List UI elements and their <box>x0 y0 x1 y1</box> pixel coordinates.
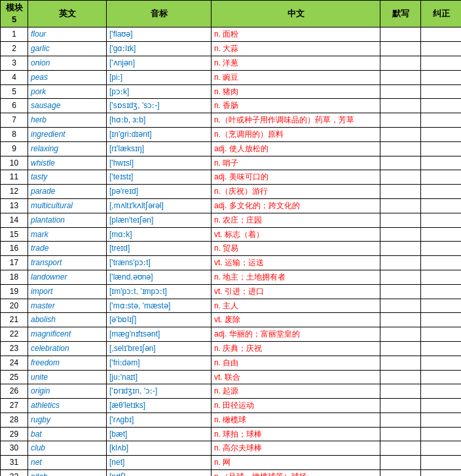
cell-0-4 <box>380 27 421 42</box>
table-row: 32pitch[pɪtʃ]n.（足球、橄榄球等）球场 <box>1 470 462 476</box>
cell-8-3: adj. 使人放松的 <box>212 141 380 156</box>
cell-3-0: 4 <box>1 70 28 84</box>
cell-20-1: abolish <box>28 313 107 327</box>
cell-6-0: 7 <box>1 113 28 128</box>
table-row: 12parade[pə'reɪd]n.（庆祝）游行 <box>1 185 462 199</box>
cell-2-5 <box>421 56 462 70</box>
header-chinese: 中文 <box>212 1 380 27</box>
cell-10-1: tasty <box>28 170 107 185</box>
cell-19-5 <box>421 299 462 313</box>
cell-20-5 <box>421 313 462 327</box>
cell-24-4 <box>380 370 421 384</box>
cell-29-2: [klʌb] <box>107 441 212 456</box>
cell-5-2: ['sɒsɪdʒ, 'sɔː-] <box>107 99 212 113</box>
cell-1-4 <box>380 42 421 56</box>
cell-2-0: 3 <box>1 56 28 70</box>
cell-0-3: n. 面粉 <box>212 27 380 42</box>
cell-27-5 <box>421 412 462 427</box>
cell-5-4 <box>380 99 421 113</box>
table-row: 25unite[juː'naɪt]vt. 联合 <box>1 370 462 384</box>
table-row: 22magnificent[mæg'nɪfɪsənt]adj. 华丽的；富丽堂皇… <box>1 327 462 342</box>
cell-0-5 <box>421 27 462 42</box>
table-row: 30club[klʌb]n. 高尔夫球棒 <box>1 441 462 456</box>
cell-16-2: ['træns'pɔːt] <box>107 256 212 270</box>
header-dictation: 默写 <box>380 1 421 27</box>
cell-7-1: ingredient <box>28 127 107 141</box>
cell-30-0: 31 <box>1 456 28 470</box>
cell-30-1: net <box>28 456 107 470</box>
cell-27-4 <box>380 412 421 427</box>
cell-23-1: freedom <box>28 356 107 370</box>
cell-26-0: 27 <box>1 399 28 413</box>
cell-5-1: sausage <box>28 99 107 113</box>
cell-9-0: 10 <box>1 156 28 170</box>
cell-21-3: adj. 华丽的；富丽堂皇的 <box>212 327 380 342</box>
cell-2-1: onion <box>28 56 107 70</box>
cell-6-4 <box>380 113 421 128</box>
cell-13-2: [plæn'teɪʃən] <box>107 213 212 227</box>
cell-7-0: 8 <box>1 127 28 141</box>
cell-31-2: [pɪtʃ] <box>107 470 212 476</box>
cell-13-1: plantation <box>28 213 107 227</box>
cell-18-3: vt. 引进；进口 <box>212 284 380 299</box>
table-row: 2garlic['gɑːlɪk]n. 大蒜 <box>1 42 462 56</box>
cell-2-4 <box>380 56 421 70</box>
cell-1-2: ['gɑːlɪk] <box>107 42 212 56</box>
cell-21-4 <box>380 327 421 342</box>
cell-23-3: n. 自由 <box>212 356 380 370</box>
cell-25-0: 26 <box>1 384 28 399</box>
cell-15-1: trade <box>28 242 107 256</box>
cell-23-4 <box>380 356 421 370</box>
cell-14-5 <box>421 227 462 242</box>
cell-9-1: whistle <box>28 156 107 170</box>
cell-4-1: pork <box>28 84 107 99</box>
cell-15-4 <box>380 242 421 256</box>
cell-30-5 <box>421 456 462 470</box>
cell-24-2: [juː'naɪt] <box>107 370 212 384</box>
cell-11-5 <box>421 185 462 199</box>
cell-4-0: 5 <box>1 84 28 99</box>
cell-0-1: flour <box>28 27 107 42</box>
cell-1-0: 2 <box>1 42 28 56</box>
cell-5-0: 6 <box>1 99 28 113</box>
cell-19-4 <box>380 299 421 313</box>
cell-14-1: mark <box>28 227 107 242</box>
cell-27-2: ['rʌgbɪ] <box>107 412 212 427</box>
cell-21-2: [mæg'nɪfɪsənt] <box>107 327 212 342</box>
cell-19-1: master <box>28 299 107 313</box>
table-row: 7herb[hɑːb, ɜːb]n.（叶或种子用作调味品的）药草，芳草 <box>1 113 462 128</box>
cell-28-0: 29 <box>1 427 28 441</box>
cell-16-0: 17 <box>1 256 28 270</box>
cell-28-5 <box>421 427 462 441</box>
cell-27-0: 28 <box>1 412 28 427</box>
cell-24-5 <box>421 370 462 384</box>
cell-0-0: 1 <box>1 27 28 42</box>
cell-3-1: peas <box>28 70 107 84</box>
cell-17-1: landowner <box>28 270 107 284</box>
cell-23-5 <box>421 356 462 370</box>
header-phonetic: 音标 <box>107 1 212 27</box>
cell-25-2: ['ɒrɪdʒɪn, 'ɔː-] <box>107 384 212 399</box>
cell-15-0: 16 <box>1 242 28 256</box>
cell-15-3: n. 贸易 <box>212 242 380 256</box>
cell-26-3: n. 田径运动 <box>212 399 380 413</box>
cell-7-3: n.（烹调用的）原料 <box>212 127 380 141</box>
cell-28-1: bat <box>28 427 107 441</box>
cell-6-3: n.（叶或种子用作调味品的）药草，芳草 <box>212 113 380 128</box>
cell-10-4 <box>380 170 421 185</box>
cell-10-0: 11 <box>1 170 28 185</box>
cell-20-0: 21 <box>1 313 28 327</box>
cell-31-3: n.（足球、橄榄球等）球场 <box>212 470 380 476</box>
cell-9-2: ['hwɪsl] <box>107 156 212 170</box>
cell-31-5 <box>421 470 462 476</box>
cell-11-1: parade <box>28 185 107 199</box>
cell-24-1: unite <box>28 370 107 384</box>
table-row: 6sausage['sɒsɪdʒ, 'sɔː-]n. 香肠 <box>1 99 462 113</box>
cell-10-5 <box>421 170 462 185</box>
cell-26-4 <box>380 399 421 413</box>
cell-20-4 <box>380 313 421 327</box>
table-row: 16trade[treɪd]n. 贸易 <box>1 242 462 256</box>
cell-12-3: adj. 多文化的；跨文化的 <box>212 198 380 213</box>
cell-2-2: ['ʌnjən] <box>107 56 212 70</box>
cell-25-5 <box>421 384 462 399</box>
